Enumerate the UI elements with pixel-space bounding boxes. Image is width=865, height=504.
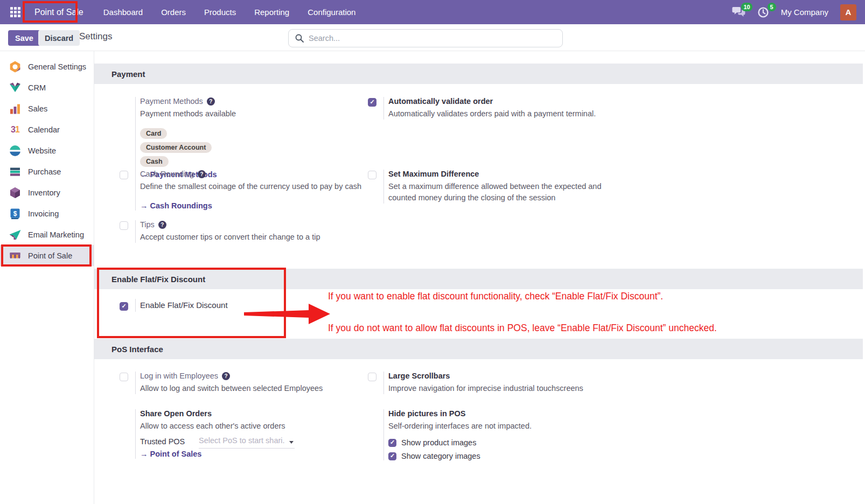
sidebar-item-crm[interactable]: CRM bbox=[0, 77, 94, 98]
main-area: General Settings CRM Sales 31 Calendar bbox=[0, 51, 865, 504]
auto-validate-checkbox[interactable] bbox=[368, 98, 376, 107]
nav-item-products[interactable]: Products bbox=[195, 0, 245, 24]
trusted-pos-select[interactable]: Select PoS to start shari... bbox=[199, 436, 295, 449]
sidebar-item-point-of-sale[interactable]: Point of Sale bbox=[0, 245, 94, 266]
calendar-icon: 31 bbox=[8, 123, 22, 137]
company-switcher[interactable]: My Company bbox=[781, 8, 828, 17]
max-difference-desc: Set a maximum difference allowed between… bbox=[388, 181, 604, 204]
show-product-images-checkbox[interactable] bbox=[388, 439, 396, 447]
navbar-systray: 10 5 My Company A bbox=[732, 4, 856, 20]
setting-login-employees: Log in with Employees ? Allow to log and… bbox=[120, 372, 323, 394]
hide-pictures-desc: Self-ordering interfaces are not impacte… bbox=[388, 421, 532, 432]
sidebar-item-purchase[interactable]: Purchase bbox=[0, 161, 94, 182]
setting-hide-pictures: Hide pictures in POS Self-ordering inter… bbox=[368, 409, 532, 460]
control-bar: Save Discard Settings bbox=[0, 24, 865, 51]
flat-discount-label: Enable Flat/Fix Discount bbox=[140, 300, 228, 310]
sidebar-item-email-marketing[interactable]: Email Marketing bbox=[0, 224, 94, 245]
setting-max-difference: Set Maximum Difference Set a maximum dif… bbox=[368, 170, 604, 204]
sidebar-item-label: Website bbox=[28, 146, 56, 155]
tips-desc: Accept customer tips or convert their ch… bbox=[140, 232, 320, 243]
sidebar-item-sales[interactable]: Sales bbox=[0, 98, 94, 119]
apps-grid-icon bbox=[10, 7, 20, 17]
show-category-images-checkbox[interactable] bbox=[388, 452, 396, 460]
share-orders-desc: Allow to access each other's active orde… bbox=[140, 421, 295, 432]
section-header-flat-discount: Enable Flat/Fix Discount bbox=[94, 269, 863, 289]
sidebar-item-label: Calendar bbox=[28, 125, 60, 134]
help-icon[interactable]: ? bbox=[207, 97, 215, 106]
tips-label: Tips bbox=[140, 220, 155, 229]
sidebar-item-website[interactable]: Website bbox=[0, 140, 94, 161]
tag-customer-account[interactable]: Customer Account bbox=[140, 142, 212, 153]
purchase-icon bbox=[8, 165, 22, 179]
activities-button[interactable]: 5 bbox=[757, 6, 769, 18]
user-avatar[interactable]: A bbox=[840, 4, 856, 20]
help-icon[interactable]: ? bbox=[198, 170, 206, 178]
invoicing-icon: $ bbox=[8, 207, 22, 221]
discard-button[interactable]: Discard bbox=[38, 30, 80, 46]
crm-icon bbox=[8, 81, 22, 95]
setting-auto-validate: Automatically validate order Automatical… bbox=[368, 97, 596, 120]
sidebar-item-inventory[interactable]: Inventory bbox=[0, 182, 94, 203]
tips-checkbox[interactable] bbox=[120, 221, 128, 230]
page-title: Settings bbox=[79, 31, 112, 42]
large-scrollbars-desc: Improve navigation for imprecise industr… bbox=[388, 383, 583, 394]
show-product-images-label: Show product images bbox=[401, 438, 476, 447]
sidebar-item-general-settings[interactable]: General Settings bbox=[0, 56, 94, 77]
tag-card[interactable]: Card bbox=[140, 128, 167, 139]
cash-rounding-checkbox[interactable] bbox=[120, 171, 128, 179]
active-app-name[interactable]: Point of Sale bbox=[27, 0, 91, 24]
top-navbar: Point of Sale Dashboard Orders Products … bbox=[0, 0, 865, 24]
sidebar-item-calendar[interactable]: 31 Calendar bbox=[0, 119, 94, 140]
settings-content: Payment Payment Methods ? Payment method… bbox=[94, 51, 865, 504]
active-app-name-label: Point of Sale bbox=[34, 8, 83, 17]
section-header-pos-interface: PoS Interface bbox=[94, 339, 863, 359]
chevron-down-icon bbox=[289, 441, 294, 444]
nav-item-configuration[interactable]: Configuration bbox=[298, 0, 365, 24]
point-of-sales-link[interactable]: Point of Sales bbox=[140, 450, 201, 458]
pos-settings-page: Point of Sale Dashboard Orders Products … bbox=[0, 0, 865, 504]
nav-item-dashboard[interactable]: Dashboard bbox=[94, 0, 152, 24]
setting-large-scrollbars: Large Scrollbars Improve navigation for … bbox=[368, 372, 583, 394]
sidebar-item-invoicing[interactable]: $ Invoicing bbox=[0, 203, 94, 224]
sidebar-item-label: Invoicing bbox=[28, 209, 59, 218]
large-scrollbars-checkbox[interactable] bbox=[368, 373, 376, 381]
login-employees-label: Log in with Employees bbox=[140, 372, 218, 380]
sidebar-item-label: Inventory bbox=[28, 188, 60, 197]
messages-button[interactable]: 10 bbox=[732, 6, 745, 18]
search-box[interactable] bbox=[288, 29, 563, 47]
payment-methods-label: Payment Methods bbox=[140, 97, 203, 106]
tag-cash[interactable]: Cash bbox=[140, 156, 169, 167]
nav-item-reporting[interactable]: Reporting bbox=[245, 0, 298, 24]
payment-methods-desc: Payment methods available bbox=[140, 108, 240, 120]
point-of-sale-icon bbox=[8, 249, 22, 263]
cash-rounding-desc: Define the smallest coinage of the curre… bbox=[140, 181, 361, 192]
search-icon bbox=[295, 34, 304, 43]
setting-flat-discount: Enable Flat/Fix Discount bbox=[120, 299, 228, 313]
help-icon[interactable]: ? bbox=[158, 221, 166, 229]
website-icon bbox=[8, 144, 22, 158]
activity-badge: 5 bbox=[768, 3, 776, 11]
setting-cash-rounding: Cash Rounding ? Define the smallest coin… bbox=[120, 170, 361, 211]
sidebar-item-label: Sales bbox=[28, 104, 47, 113]
inventory-icon bbox=[8, 186, 22, 200]
trusted-pos-placeholder: Select PoS to start shari... bbox=[199, 436, 285, 445]
email-marketing-icon bbox=[8, 228, 22, 242]
search-input[interactable] bbox=[309, 34, 562, 43]
nav-menu: Dashboard Orders Products Reporting Conf… bbox=[94, 0, 365, 24]
flat-discount-checkbox[interactable] bbox=[120, 302, 128, 311]
max-difference-checkbox[interactable] bbox=[368, 171, 376, 179]
settings-sidebar: General Settings CRM Sales 31 Calendar bbox=[0, 51, 94, 504]
login-employees-checkbox[interactable] bbox=[120, 373, 128, 381]
svg-text:$: $ bbox=[13, 209, 17, 217]
setting-tips: Tips ? Accept customer tips or convert t… bbox=[120, 220, 320, 243]
apps-menu-button[interactable] bbox=[8, 5, 23, 20]
nav-item-orders[interactable]: Orders bbox=[152, 0, 195, 24]
cash-roundings-link[interactable]: Cash Roundings bbox=[140, 201, 212, 210]
cash-rounding-label: Cash Rounding bbox=[140, 170, 194, 178]
help-icon[interactable]: ? bbox=[222, 372, 230, 380]
save-button[interactable]: Save bbox=[8, 30, 40, 46]
sales-icon bbox=[8, 102, 22, 116]
sidebar-item-label: General Settings bbox=[28, 62, 86, 71]
sidebar-item-label: Point of Sale bbox=[28, 251, 72, 260]
section-header-payment: Payment bbox=[94, 64, 863, 84]
